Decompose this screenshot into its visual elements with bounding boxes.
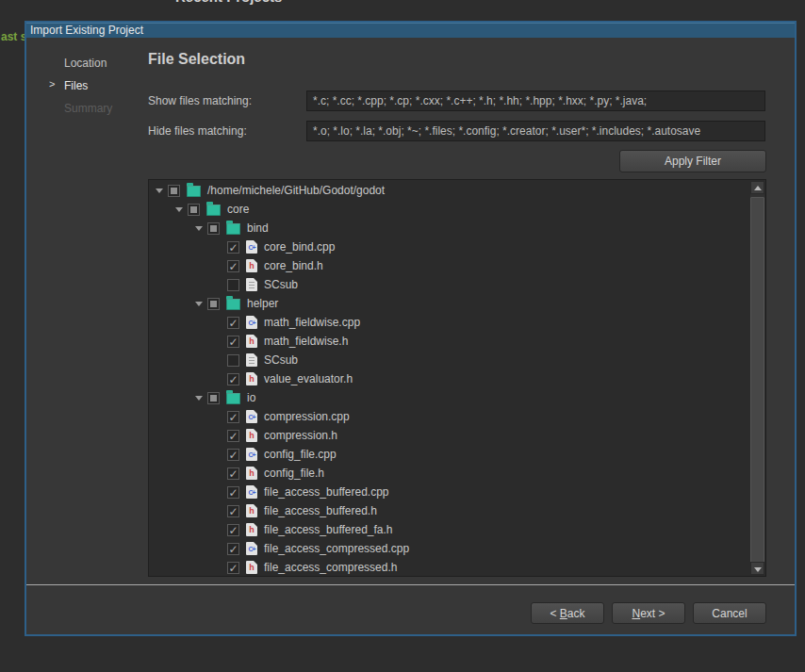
tree-row[interactable]: ✓ C+ file_access_compressed.cpp (149, 539, 750, 558)
tree-checkbox[interactable]: ✓ (227, 543, 239, 555)
cpp-file-icon: C+ (246, 448, 257, 461)
tree-row[interactable]: ✓ h compression.h (149, 426, 750, 445)
back-label-post: ack (567, 607, 585, 620)
wizard-separator (26, 584, 795, 585)
scroll-down-icon[interactable] (750, 562, 764, 575)
tree-item-label: file_access_compressed.h (264, 561, 397, 574)
sidebar-item-location[interactable]: Location (64, 56, 107, 71)
apply-filter-label: Apply Filter (665, 155, 721, 168)
tree-checkbox[interactable]: ✓ (227, 524, 239, 536)
tree-row[interactable]: helper (149, 294, 750, 313)
tree-checkbox[interactable]: ✓ (227, 411, 239, 423)
tree-item-label: core (227, 203, 249, 216)
expander-icon (212, 354, 227, 366)
tree-item-label: /home/michele/GitHub/Godot/godot (207, 184, 385, 197)
tree-checkbox[interactable] (227, 279, 239, 291)
tree-item-label: value_evaluator.h (264, 372, 353, 385)
tree-checkbox[interactable] (168, 185, 180, 197)
tree-row[interactable]: /home/michele/GitHub/Godot/godot (149, 181, 750, 200)
tree-row[interactable]: ✓ h core_bind.h (149, 256, 750, 275)
tree-row[interactable]: ✓ C+ file_access_buffered.cpp (149, 483, 750, 501)
tree-checkbox[interactable]: ✓ (227, 336, 239, 348)
tree-item-label: file_access_compressed.cpp (264, 542, 409, 555)
tree-checkbox[interactable] (188, 204, 200, 216)
tree-row[interactable]: SCsub (149, 351, 750, 369)
tree-row[interactable]: bind (149, 219, 750, 238)
back-button[interactable]: < Back (531, 602, 604, 624)
tree-row[interactable]: ✓ h file_access_buffered_fa.h (149, 520, 750, 539)
tree-item-label: core_bind.cpp (264, 240, 335, 254)
expander-icon (212, 430, 227, 441)
expander-icon (212, 279, 227, 290)
header-file-icon: h (246, 561, 257, 574)
tree-row[interactable]: ✓ h math_fieldwise.h (149, 332, 750, 351)
page-title: File Selection (148, 51, 245, 68)
tree-checkbox[interactable]: ✓ (227, 373, 239, 385)
tree-row[interactable]: ✓ h config_file.h (149, 464, 750, 483)
tree-row[interactable]: ✓ C+ config_file.cpp (149, 445, 750, 464)
tree-checkbox[interactable]: ✓ (227, 241, 239, 254)
tree-checkbox[interactable]: ✓ (227, 449, 239, 461)
tree-item-label: SCsub (264, 353, 298, 367)
tree-row[interactable]: core (149, 200, 750, 219)
tree-item-label: bind (247, 221, 269, 235)
expander-icon (212, 373, 227, 385)
tree-checkbox[interactable]: ✓ (227, 430, 239, 442)
header-file-icon: h (246, 467, 257, 480)
expander-icon[interactable] (153, 185, 168, 196)
cancel-button[interactable]: Cancel (693, 602, 766, 624)
cpp-file-icon: C+ (246, 240, 257, 254)
tree-row[interactable]: io (149, 388, 750, 407)
expander-icon[interactable] (192, 298, 207, 309)
apply-filter-button[interactable]: Apply Filter (619, 150, 766, 172)
scroll-up-icon[interactable] (750, 181, 764, 194)
tree-checkbox[interactable] (207, 222, 220, 235)
tree-row[interactable]: ✓ h file_access_buffered.h (149, 501, 750, 520)
import-existing-project-dialog: Import Existing Project Location > Files… (25, 21, 797, 636)
current-step-chevron-icon: > (49, 78, 55, 90)
cpp-file-icon: C+ (246, 485, 257, 499)
tree-checkbox[interactable]: ✓ (227, 486, 239, 499)
scrollbar-thumb[interactable] (750, 197, 764, 563)
sidebar-item-files[interactable]: Files (64, 78, 88, 93)
folder-icon (206, 205, 221, 216)
dialog-titlebar[interactable]: Import Existing Project (26, 23, 795, 38)
expander-icon (212, 317, 227, 328)
tree-item-label: SCsub (264, 278, 298, 291)
tree-row[interactable]: ✓ C+ math_fieldwise.cpp (149, 313, 750, 332)
tree-checkbox[interactable]: ✓ (227, 505, 239, 517)
tree-item-label: compression.h (264, 429, 337, 442)
tree-item-label: math_fieldwise.cpp (264, 316, 360, 329)
file-tree: /home/michele/GitHub/Godot/godot core bi… (148, 179, 766, 577)
hide-files-label: Hide files matching: (148, 121, 247, 141)
tree-checkbox[interactable] (207, 392, 220, 404)
tree-checkbox[interactable]: ✓ (227, 260, 239, 272)
expander-icon[interactable] (192, 222, 207, 234)
expander-icon[interactable] (192, 392, 207, 403)
next-button[interactable]: Next > (612, 602, 685, 624)
tree-checkbox[interactable]: ✓ (227, 467, 239, 480)
tree-checkbox[interactable] (207, 298, 220, 310)
tree-item-label: helper (247, 297, 278, 310)
show-files-input[interactable]: *.c; *.cc; *.cpp; *.cp; *.cxx; *.c++; *.… (306, 90, 765, 111)
next-label-key: N (632, 607, 640, 620)
tree-checkbox[interactable] (227, 354, 239, 367)
cpp-file-icon: C+ (246, 316, 257, 329)
tree-row[interactable]: SCsub (149, 275, 750, 294)
tree-item-label: core_bind.h (264, 259, 323, 272)
header-file-icon: h (246, 429, 257, 442)
hide-files-input[interactable]: *.o; *.lo; *.la; *.obj; *~; *.files; *.c… (306, 121, 765, 141)
tree-row[interactable]: ✓ h file_access_compressed.h (149, 558, 750, 577)
tree-checkbox[interactable]: ✓ (227, 562, 239, 574)
screen: Recent Projects ast s Import Existing Pr… (0, 0, 805, 672)
tree-checkbox[interactable]: ✓ (227, 317, 239, 329)
cpp-file-icon: C+ (246, 410, 257, 423)
header-file-icon: h (246, 335, 257, 348)
expander-icon[interactable] (172, 204, 188, 215)
tree-scrollbar[interactable] (750, 181, 764, 575)
tree-row[interactable]: ✓ C+ compression.cpp (149, 407, 750, 426)
text-file-icon (246, 278, 257, 291)
tree-row[interactable]: ✓ C+ core_bind.cpp (149, 238, 750, 256)
tree-row[interactable]: ✓ h value_evaluator.h (149, 369, 750, 388)
expander-icon (212, 562, 227, 573)
